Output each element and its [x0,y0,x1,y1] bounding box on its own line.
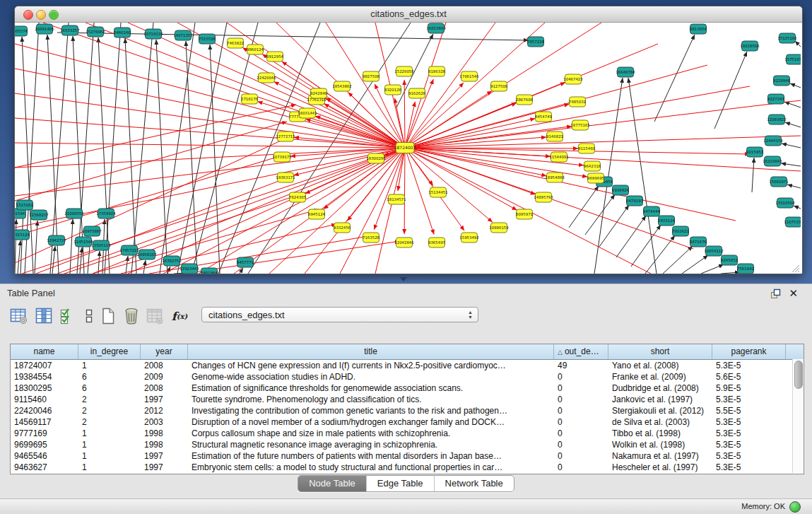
table-cell[interactable]: 2012 [141,405,188,416]
network-node[interactable]: 19218506 [740,41,760,51]
header-cell-in_degree[interactable]: in_degree [78,344,141,359]
table-cell[interactable]: 5.3E-5 [712,462,786,473]
table-cell[interactable]: Wolkin et al. (1998) [608,439,712,450]
network-node[interactable]: 9162628 [408,88,426,98]
network-node[interactable]: 9457771 [237,257,254,267]
network-node[interactable]: 15276062 [86,27,105,37]
network-node[interactable]: 9127508 [490,81,508,91]
table-scrollbar[interactable] [792,359,804,473]
table-cell[interactable]: 1997 [141,462,188,473]
table-cell[interactable]: Hescheler et al. (1997) [608,462,712,473]
network-node[interactable]: 15226058 [394,66,414,76]
network-node[interactable]: 9315124 [15,230,30,240]
network-node[interactable]: 17061546 [459,71,479,81]
network-node[interactable]: 7857224 [527,37,545,47]
network-node[interactable]: 8320126 [384,85,402,95]
network-node[interactable]: 14671355 [173,30,192,40]
network-node[interactable]: 8186328 [428,66,446,76]
network-node[interactable]: 9129946 [773,76,791,86]
table-cell[interactable]: Structural magnetic resonance image aver… [188,439,554,450]
table-row[interactable]: 1872400712008Changes of HCN gene express… [11,360,804,371]
network-node[interactable]: 18954898 [545,173,565,182]
table-cell[interactable]: 1 [78,360,141,371]
network-node[interactable]: 9642318 [584,161,601,171]
network-node[interactable]: 15751074 [784,54,801,64]
network-node[interactable]: 9227343 [767,94,784,104]
network-node[interactable]: 20206556 [64,209,84,218]
table-cell[interactable]: 5.3E-5 [712,428,786,439]
network-node[interactable]: 9245652 [721,255,738,265]
table-cell[interactable]: 18300295 [11,382,78,394]
network-node[interactable]: 1515061 [16,200,33,210]
network-graph[interactable]: 2405574206914061653325715276062646616010… [15,23,801,274]
tab-edge-table[interactable]: Edge Table [366,476,434,491]
new-table-icon[interactable] [98,305,118,327]
select-rows-icon[interactable] [58,305,78,327]
network-node[interactable]: 18300295 [366,153,385,163]
network-node[interactable]: 17957223 [119,245,139,255]
network-node[interactable]: 7163528 [363,233,380,243]
float-panel-icon[interactable] [770,288,781,302]
table-cell[interactable]: 2 [78,416,141,428]
table-cell[interactable]: 2008 [141,360,188,371]
table-cell[interactable]: Jankovic et al. (1997) [608,394,712,405]
table-cell[interactable]: 5.3E-5 [712,450,786,462]
table-selector-dropdown[interactable]: citations_edges.txt ▲▼ [201,307,478,322]
network-node[interactable]: 11675333 [784,217,801,227]
header-cell-short[interactable]: short [608,344,712,359]
network-node[interactable]: 18775165 [570,120,589,130]
table-cell[interactable]: Disruption of a novel member of a sodium… [188,416,554,428]
network-node[interactable]: 2405574 [15,26,28,36]
network-node[interactable]: 9115460 [578,144,596,153]
network-node[interactable]: 8912954 [266,52,284,62]
table-cell[interactable]: Estimation of significance thresholds fo… [188,382,554,394]
table-cell[interactable]: 0 [554,405,608,416]
network-node[interactable]: 13505115 [91,240,110,250]
table-cell[interactable]: 1997 [141,450,188,462]
network-node[interactable]: 8454749 [535,112,553,122]
network-node[interactable]: 12772715 [276,132,295,141]
table-cell[interactable]: 22420046 [11,405,78,416]
network-node[interactable]: 2867608 [516,95,534,105]
table-cell[interactable]: Tourette syndrome. Phenomenology and cla… [188,394,554,405]
table-cell[interactable]: 2003 [141,416,188,428]
table-cell[interactable]: Embryonic stem cells: a model to study s… [188,462,554,473]
tab-network-table[interactable]: Network Table [434,476,514,491]
table-cell[interactable]: Corpus callosum shape and size in male p… [188,428,554,439]
table-cell[interactable]: de Silva et al. (2003) [608,416,712,428]
close-panel-icon[interactable]: ✕ [789,287,798,300]
network-node[interactable]: 5801964 [201,268,218,274]
network-node[interactable]: 7515526 [199,34,216,44]
network-node[interactable]: 2933114 [658,216,676,226]
header-cell-name[interactable]: name [11,344,78,359]
network-node[interactable]: 9146821 [546,132,563,141]
table-cell[interactable]: 0 [554,439,608,450]
table-cell[interactable]: 9465546 [11,450,78,462]
table-cell[interactable]: Tibbo et al. (1998) [608,428,712,439]
table-cell[interactable]: 5.3E-5 [712,360,786,371]
network-node[interactable]: 20691406 [35,24,54,34]
network-node[interactable]: 6479197 [626,196,643,206]
resize-grip-icon[interactable] [790,263,800,273]
table-row[interactable]: 2242004622012Investigating the contribut… [11,405,804,416]
network-node[interactable]: 12042846 [394,238,414,247]
table-cell[interactable]: 0 [554,394,608,405]
table-cell[interactable]: 1 [78,439,141,450]
network-node[interactable]: 2718176 [241,94,259,104]
network-node[interactable]: 22420046 [257,73,276,83]
delete-table-icon[interactable] [122,305,141,327]
table-scrollbar-thumb[interactable] [794,361,803,389]
header-cell-year[interactable]: year [141,344,188,359]
function-builder-icon[interactable]: f(x) [170,305,189,327]
network-node[interactable]: 10739175 [272,152,291,162]
network-node[interactable]: 9365497 [428,238,445,247]
network-node[interactable]: 8813054 [690,24,707,34]
table-cell[interactable]: Estimation of the future numbers of pati… [188,450,554,462]
network-node[interactable]: 16210643 [763,156,782,166]
network-node[interactable]: 10467423 [563,74,582,84]
network-node[interactable]: 6466160 [114,28,131,37]
table-cell[interactable]: 0 [554,371,608,382]
network-node[interactable]: 7485031 [569,97,586,107]
table-cell[interactable]: 19384554 [11,371,78,382]
table-cell[interactable]: Genome-wide association studies in ADHD. [188,371,554,382]
